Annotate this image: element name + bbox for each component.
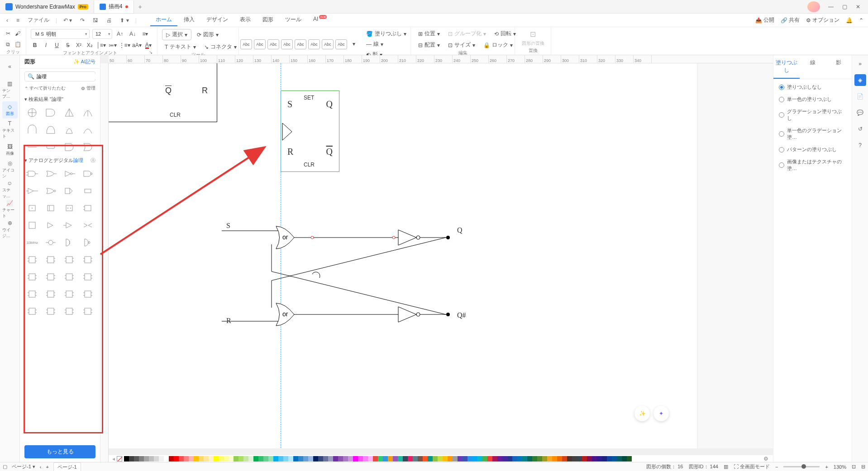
shape-thumbnail[interactable]: [79, 252, 96, 268]
color-swatch[interactable]: [209, 456, 214, 461]
color-swatch[interactable]: [293, 456, 298, 461]
color-swatch[interactable]: [124, 456, 129, 461]
shape-thumbnail[interactable]: [24, 217, 41, 233]
color-swatch[interactable]: [253, 456, 258, 461]
color-swatch[interactable]: [497, 456, 502, 461]
color-swatch[interactable]: [428, 456, 433, 461]
color-swatch[interactable]: [458, 456, 463, 461]
italic-button[interactable]: I: [42, 41, 50, 50]
shape-latch-partial[interactable]: R Q CLR: [109, 63, 217, 122]
style-more-button[interactable]: ▾: [349, 39, 359, 48]
shape-thumbnail[interactable]: [24, 139, 41, 155]
file-menu[interactable]: ファイル: [26, 15, 51, 25]
color-swatch[interactable]: [572, 456, 577, 461]
color-swatch[interactable]: [373, 456, 378, 461]
fill-option[interactable]: グラデーション塗りつぶし: [779, 108, 846, 122]
color-swatch[interactable]: [204, 456, 209, 461]
color-swatch[interactable]: [602, 456, 607, 461]
shape-sr-latch-selected[interactable]: S SET Q R CLR Q: [281, 90, 339, 172]
color-swatch[interactable]: [627, 456, 632, 461]
color-swatch[interactable]: [482, 456, 487, 461]
shape-thumbnail[interactable]: [79, 303, 96, 319]
shape-thumbnail[interactable]: [61, 139, 78, 155]
right-icon-history[interactable]: ↺: [854, 123, 866, 135]
color-swatch[interactable]: [448, 456, 453, 461]
cut-button[interactable]: ✂: [5, 29, 12, 38]
shape-thumbnail[interactable]: [24, 200, 41, 216]
color-swatch[interactable]: [313, 456, 318, 461]
shape-thumbnail[interactable]: [61, 217, 78, 233]
color-swatch[interactable]: [184, 456, 189, 461]
collapse-left-panel-button[interactable]: «: [2, 58, 18, 75]
color-swatch[interactable]: [174, 456, 179, 461]
color-swatch[interactable]: [562, 456, 567, 461]
color-swatch[interactable]: [234, 456, 238, 461]
color-swatch[interactable]: [467, 456, 472, 461]
style-preset[interactable]: Abc: [308, 39, 320, 49]
shape-thumbnail[interactable]: [42, 252, 60, 268]
undo-button[interactable]: ↶ ▾: [62, 16, 74, 24]
color-swatch[interactable]: [522, 456, 527, 461]
strike-button[interactable]: S̶: [64, 41, 72, 50]
color-swatch[interactable]: [144, 456, 149, 461]
color-swatch[interactable]: [323, 456, 328, 461]
hamburger-icon[interactable]: ≡: [14, 16, 21, 24]
fill-option[interactable]: パターンの塗りつぶし: [779, 146, 846, 153]
shape-thumbnail[interactable]: [61, 183, 78, 199]
shape-thumbnail[interactable]: [42, 200, 60, 216]
left-tab-text[interactable]: Tテキスト: [2, 121, 18, 138]
color-swatch[interactable]: [398, 456, 403, 461]
color-swatch[interactable]: [492, 456, 497, 461]
color-swatch[interactable]: [517, 456, 522, 461]
bold-button[interactable]: B: [31, 41, 39, 50]
color-swatch[interactable]: [472, 456, 477, 461]
fill-option[interactable]: 塗りつぶしなし: [779, 84, 846, 90]
color-swatch[interactable]: [243, 456, 248, 461]
color-swatch[interactable]: [164, 456, 169, 461]
style-preset[interactable]: Abc: [254, 39, 266, 49]
redo-button[interactable]: ↷: [78, 16, 86, 24]
shape-thumbnail[interactable]: [42, 303, 60, 319]
tab-design[interactable]: デザイン: [201, 14, 234, 26]
shape-thumbnail[interactable]: [42, 105, 60, 121]
close-button[interactable]: ✕: [852, 1, 864, 12]
tab-view[interactable]: 表示: [234, 14, 256, 26]
page-select[interactable]: ページ-1 ▾: [12, 463, 35, 470]
select-tool-button[interactable]: ▷ 選択 ▾: [162, 29, 191, 40]
tab-shape[interactable]: 図形: [257, 14, 279, 26]
shape-thumbnail[interactable]: [24, 269, 41, 285]
shape-tool-button[interactable]: ⟳ 図形 ▾: [194, 30, 221, 39]
color-swatch[interactable]: [527, 456, 532, 461]
color-swatch[interactable]: [194, 456, 199, 461]
line-button[interactable]: — 線▾: [363, 39, 409, 49]
color-swatch[interactable]: [288, 456, 293, 461]
subscript-button[interactable]: X₂: [86, 41, 94, 50]
zoom-in-button[interactable]: +: [825, 464, 828, 470]
color-swatch[interactable]: [348, 456, 353, 461]
more-shapes-button[interactable]: もっと見る: [24, 445, 95, 458]
publish-button[interactable]: 📤 公開: [755, 16, 774, 24]
maximize-button[interactable]: ▢: [838, 1, 851, 12]
copy-button[interactable]: ⧉: [5, 40, 12, 49]
shape-thumbnail[interactable]: [24, 252, 41, 268]
color-swatch[interactable]: [268, 456, 273, 461]
align-button[interactable]: ≡▾: [140, 29, 150, 38]
collapse-all-button[interactable]: ⌃ すべて折りたたむ: [24, 85, 66, 91]
shape-thumbnail[interactable]: [79, 234, 96, 251]
color-swatch[interactable]: [318, 456, 323, 461]
shape-thumbnail[interactable]: [61, 252, 78, 268]
fill-option[interactable]: 単一色のグラデーション塗…: [779, 127, 846, 141]
color-swatch[interactable]: [592, 456, 597, 461]
color-prev-button[interactable]: ◂: [110, 456, 117, 462]
shape-thumbnail[interactable]: [24, 303, 41, 319]
save-button[interactable]: 🖫: [91, 16, 100, 24]
shape-thumbnail[interactable]: [79, 217, 96, 233]
color-swatch[interactable]: [577, 456, 582, 461]
left-tab-chart[interactable]: 📈チャート: [2, 201, 18, 218]
export-button[interactable]: ⬆ ▾: [118, 16, 130, 24]
right-icon-comment[interactable]: 💬: [854, 107, 866, 119]
shape-thumbnail[interactable]: [79, 269, 96, 285]
color-swatch[interactable]: [333, 456, 338, 461]
paste-button[interactable]: 📋: [14, 40, 22, 49]
color-swatch[interactable]: [328, 456, 333, 461]
